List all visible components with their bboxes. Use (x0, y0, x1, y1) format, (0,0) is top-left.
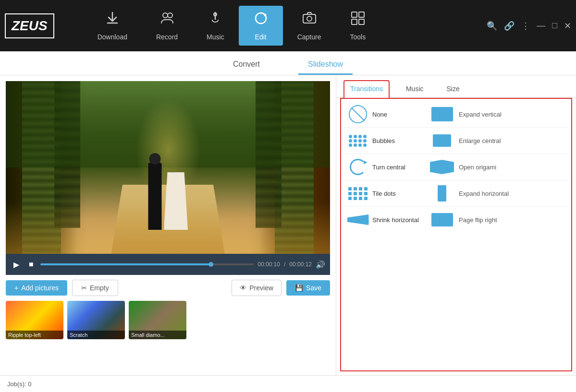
trans-preview-pageflip[interactable] (428, 211, 456, 229)
stop-button[interactable]: ■ (26, 258, 37, 271)
trans-name-bubbles[interactable]: Bubbles (370, 137, 428, 144)
video-section: ▶ ■ 00:00:10 / 00:00:12 🔊 (0, 75, 336, 275)
trans-name-shrink[interactable]: Shrink horizontal (370, 216, 428, 224)
svg-rect-6 (352, 12, 357, 17)
trans-name-none[interactable]: None (370, 111, 428, 118)
trans-page-flip-label[interactable]: Page flip right (456, 216, 566, 224)
save-label: Save (306, 284, 321, 292)
trans-name-tiledots[interactable]: Tile dots (370, 190, 428, 197)
thumbnails-row: Ripple top-left Scratch Small diamo... (0, 301, 336, 344)
svg-point-5 (307, 16, 312, 21)
save-icon: 💾 (295, 284, 303, 292)
jobs-status: Job(s): 0 (7, 380, 32, 388)
thumbnail-3[interactable]: Small diamo... (129, 301, 186, 339)
left-panel: ▶ ■ 00:00:10 / 00:00:12 🔊 + Add pictures… (0, 75, 336, 375)
time-total: 00:00:12 (289, 261, 312, 268)
trans-row-shrink: Shrink horizontal Page flip right (343, 207, 569, 233)
tab-size[interactable]: Size (440, 80, 466, 97)
eye-icon: 👁 (240, 284, 246, 292)
save-button[interactable]: 💾 Save (286, 280, 330, 296)
page-flip-shape (431, 213, 453, 226)
maximize-icon[interactable]: □ (552, 21, 557, 31)
trans-icon-bubbles[interactable] (346, 131, 370, 150)
transitions-list[interactable]: None Expand vertical Bubbles (340, 98, 572, 371)
trans-icon-shrink[interactable] (346, 211, 370, 229)
tab-transitions[interactable]: Transitions (343, 80, 390, 98)
trans-expand-horizontal-label[interactable]: Expand horizontal (456, 190, 566, 197)
music-icon (208, 11, 223, 29)
none-circle-icon (349, 105, 367, 123)
trans-preview-enlarge[interactable] (428, 131, 456, 150)
nav-download-label: Download (98, 33, 127, 41)
add-pictures-button[interactable]: + Add pictures (6, 280, 67, 296)
app-logo: ZEUS (5, 13, 54, 38)
topbar: ZEUS Download Record (0, 0, 576, 51)
nav-edit[interactable]: Edit (239, 6, 283, 46)
empty-label: Empty (90, 284, 109, 292)
main-content: ▶ ■ 00:00:10 / 00:00:12 🔊 + Add pictures… (0, 75, 576, 375)
open-origami-shape (430, 160, 454, 174)
tab-convert[interactable]: Convert (223, 55, 270, 75)
edit-icon (253, 11, 269, 29)
time-display: 00:00:10 (257, 261, 280, 268)
svg-point-0 (163, 13, 168, 18)
trans-expand-vertical-label[interactable]: Expand vertical (456, 111, 566, 118)
action-row: + Add pictures ✂ Empty 👁 Preview 💾 Save (0, 275, 336, 301)
trans-open-origami-label[interactable]: Open origami (456, 164, 566, 171)
volume-icon[interactable]: 🔊 (316, 260, 325, 269)
right-panel: Transitions Music Size None Expand verti… (336, 75, 576, 375)
thumbnail-1[interactable]: Ripple top-left (6, 301, 63, 339)
play-button[interactable]: ▶ (11, 258, 22, 271)
capture-icon (302, 11, 317, 29)
trans-row-turn: Turn central Open origami (343, 154, 569, 180)
subtabs: Convert Slideshow (0, 51, 576, 75)
thumb2-label: Scratch (67, 331, 125, 339)
thumbnail-2[interactable]: Scratch (67, 301, 125, 339)
progress-bar[interactable] (40, 263, 254, 265)
trans-row-tiledots: Tile dots Expand horizontal (343, 180, 569, 207)
tiledots-grid-icon (348, 187, 368, 200)
trans-preview-expand-h[interactable] (428, 184, 456, 202)
record-icon (159, 11, 175, 29)
svg-rect-4 (303, 14, 316, 23)
svg-point-1 (168, 13, 172, 18)
panel-tabs: Transitions Music Size (336, 75, 576, 98)
window-controls: 🔍 🔗 ⋮ — □ ✕ (487, 21, 571, 31)
nav-capture-label: Capture (297, 33, 321, 41)
preview-button[interactable]: 👁 Preview (232, 280, 282, 296)
svg-rect-8 (352, 19, 357, 24)
video-controls: ▶ ■ 00:00:10 / 00:00:12 🔊 (6, 254, 330, 275)
thumb3-label: Small diamo... (129, 331, 186, 339)
nav-download[interactable]: Download (83, 6, 142, 46)
svg-rect-9 (359, 19, 364, 24)
broom-icon: ✂ (81, 284, 87, 292)
close-icon[interactable]: ✕ (564, 21, 571, 31)
trans-enlarge-central-label[interactable]: Enlarge central (456, 137, 566, 144)
nav-tools[interactable]: Tools (335, 6, 380, 46)
wedding-image (6, 81, 330, 254)
search-icon[interactable]: 🔍 (487, 21, 497, 31)
preview-label: Preview (249, 284, 273, 292)
statusbar: Job(s): 0 (0, 375, 576, 392)
more-icon[interactable]: ⋮ (521, 21, 530, 31)
nav-record[interactable]: Record (142, 6, 192, 46)
trans-preview-origami[interactable] (428, 158, 456, 176)
tab-music[interactable]: Music (399, 80, 430, 97)
trans-row-bubbles: Bubbles Enlarge central (343, 128, 569, 154)
empty-button[interactable]: ✂ Empty (72, 280, 118, 296)
trans-icon-none[interactable] (346, 105, 370, 123)
nav-items: Download Record Music (83, 6, 487, 46)
trans-icon-tiledots[interactable] (346, 184, 370, 202)
trans-name-turn[interactable]: Turn central (370, 164, 428, 171)
tab-slideshow[interactable]: Slideshow (298, 55, 353, 75)
plus-icon: + (14, 284, 18, 292)
minimize-icon[interactable]: — (537, 21, 545, 31)
trans-icon-turn[interactable] (346, 158, 370, 176)
nav-music-label: Music (207, 33, 224, 41)
trans-row-none: None Expand vertical (343, 101, 569, 128)
nav-music[interactable]: Music (192, 6, 239, 46)
trans-preview-expand-v[interactable] (428, 105, 456, 123)
nav-edit-label: Edit (255, 33, 267, 41)
nav-capture[interactable]: Capture (283, 6, 336, 46)
share-icon[interactable]: 🔗 (504, 21, 515, 31)
